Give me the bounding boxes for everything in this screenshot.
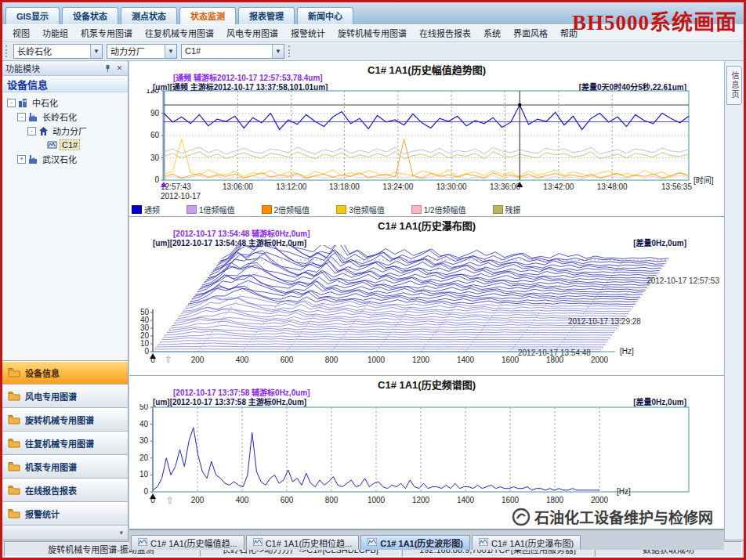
sidebar-nav-4[interactable]: 机泵专用图谱 xyxy=(2,455,128,479)
tree-expander-icon[interactable]: - xyxy=(7,99,16,107)
legend-swatch xyxy=(186,205,197,214)
waterfall-plot[interactable]: 0200400600800100012001400160018002000010… xyxy=(129,245,724,370)
chart-tab-icon xyxy=(479,538,488,547)
chevron-down-icon[interactable]: ▾ xyxy=(119,529,123,537)
waterfall-trace-15 xyxy=(179,307,626,316)
menu-item-6[interactable]: 旋转机械专用图谱 xyxy=(332,26,412,40)
tree-node-label: C1# xyxy=(60,139,80,150)
combo-value: 长岭石化 xyxy=(14,45,90,57)
right-dock: 信息页 xyxy=(724,61,744,540)
x-tick-label: 1600 xyxy=(502,496,520,504)
legend-label: 通频 xyxy=(144,204,160,215)
legend-label: 2倍频幅值 xyxy=(274,204,310,215)
close-icon[interactable]: ✕ xyxy=(114,63,125,74)
menu-item-8[interactable]: 系统 xyxy=(478,26,506,40)
x-axis-date-label: 2012-10-17 xyxy=(161,192,201,201)
x-tick-label: 600 xyxy=(281,356,294,364)
legend-swatch xyxy=(411,205,422,214)
menu-item-1[interactable]: 功能组 xyxy=(37,26,74,40)
nav-label: 风电专用图谱 xyxy=(25,390,77,403)
bottom-tab-label: C1# 1A1(历史相位趋... xyxy=(266,537,353,549)
x-axis-unit-label: [Hz] xyxy=(617,487,631,496)
tree-expander-icon[interactable]: - xyxy=(17,113,26,121)
waterfall-trace-33 xyxy=(212,252,658,273)
x-axis-unit-label: [Hz] xyxy=(620,347,634,356)
menu-item-9[interactable]: 界面风格 xyxy=(508,26,553,40)
folder-icon xyxy=(8,461,20,473)
sidebar-nav-3[interactable]: 往复机械专用图谱 xyxy=(2,432,128,455)
waterfall-time-annotation: 2012-10-17 12:57:53 xyxy=(646,276,719,285)
x-tick-label: 2000 xyxy=(591,356,609,364)
nav-label: 设备信息 xyxy=(25,367,60,379)
nav-label: 在线报告报表 xyxy=(25,484,77,497)
watermark-logo-icon xyxy=(512,508,531,526)
nav-label: 往复机械专用图谱 xyxy=(25,437,94,450)
nav-label: 机泵专用图谱 xyxy=(25,461,77,473)
x-tick-label: 13:06:00 xyxy=(223,182,253,191)
x-tick-label: 13:56:35 xyxy=(661,182,692,191)
sidebar-nav-2[interactable]: 旋转机械专用图谱 xyxy=(2,408,128,432)
y-tick-label: 10 xyxy=(139,470,149,479)
legend-swatch xyxy=(132,205,142,214)
sidebar-nav-5[interactable]: 在线报告报表 xyxy=(2,479,128,502)
waterfall-trace-16 xyxy=(181,303,628,314)
tree-node-3[interactable]: C1# xyxy=(4,138,126,152)
bottom-tab-1[interactable]: C1# 1A1(历史相位趋... xyxy=(246,535,360,550)
menu-item-2[interactable]: 机泵专用图谱 xyxy=(75,26,138,40)
x-tick-label: 600 xyxy=(281,496,294,504)
tree-node-2[interactable]: -动力分厂 xyxy=(4,124,126,138)
nav-label: 旋转机械专用图谱 xyxy=(25,414,94,426)
bottom-tab-0[interactable]: C1# 1A1(历史幅值趋... xyxy=(131,535,244,550)
sidebar-nav-1[interactable]: 风电专用图谱 xyxy=(2,385,128,408)
legend-label: 3倍频幅值 xyxy=(349,204,385,215)
x-axis-unit-label: [时间] xyxy=(693,175,714,185)
legend-item-2倍频幅值: 2倍频幅值 xyxy=(262,204,310,215)
chevron-down-icon[interactable]: ▼ xyxy=(90,45,102,58)
y-tick-label: 10 xyxy=(140,339,150,348)
cursor-point xyxy=(518,103,521,107)
legend-label: 1倍频幅值 xyxy=(199,204,235,215)
toolbar-combo-2[interactable]: C1#▼ xyxy=(181,44,284,59)
bottom-tab-2[interactable]: C1# 1A1(历史波形图) xyxy=(360,535,470,550)
top-tab-5[interactable]: 新闻中心 xyxy=(297,7,353,24)
tree-expander-icon[interactable]: - xyxy=(27,127,36,135)
menu-item-3[interactable]: 往复机械专用图谱 xyxy=(139,26,219,40)
toolbar-combo-0[interactable]: 长岭石化▼ xyxy=(13,44,103,59)
pin-icon-glyph xyxy=(104,64,111,73)
top-tab-3[interactable]: 状态监测 xyxy=(179,7,236,24)
menu-item-0[interactable]: 视图 xyxy=(7,26,35,40)
menu-item-7[interactable]: 在线报告报表 xyxy=(414,26,476,40)
trend-legend: 通频1倍频幅值2倍频幅值3倍频幅值1/2倍频幅值残振 xyxy=(132,204,548,215)
sidebar-nav-0[interactable]: 设备信息 xyxy=(2,361,128,385)
sidebar-nav-6[interactable]: 报警统计 xyxy=(2,502,128,526)
tree-node-0[interactable]: -中石化 xyxy=(4,96,126,110)
plant-icon xyxy=(28,112,38,121)
waterfall-chart-panel: C1# 1A1(历史瀑布图) [2012-10-17 13:54:48 辅游标0… xyxy=(129,217,724,376)
top-tab-1[interactable]: 设备状态 xyxy=(62,7,118,24)
waterfall-trace-21 xyxy=(190,286,636,302)
bottom-tab-3[interactable]: C1# 1A1(历史瀑布图) xyxy=(472,535,581,550)
tree-node-label: 武汉石化 xyxy=(41,153,78,165)
tree-node-4[interactable]: +武汉石化 xyxy=(4,152,126,166)
x-tick-label: 400 xyxy=(236,356,249,364)
menu-item-5[interactable]: 报警统计 xyxy=(285,26,331,40)
plant-icon xyxy=(28,154,38,164)
top-tab-0[interactable]: GIS显示 xyxy=(5,7,60,24)
toolbar-combo-1[interactable]: 动力分厂▼ xyxy=(107,44,177,59)
pin-icon[interactable] xyxy=(103,63,113,74)
folder-icon xyxy=(8,367,20,379)
menu-item-4[interactable]: 风电专用图谱 xyxy=(221,26,284,40)
trend-plot[interactable]: 030609012012:57:4313:06:0013:12:0013:18:… xyxy=(129,89,724,204)
top-tab-2[interactable]: 测点状态 xyxy=(121,7,177,24)
x-tick-label: 2000 xyxy=(591,496,609,504)
top-tab-4[interactable]: 报表管理 xyxy=(238,7,295,24)
y-tick-label: 30 xyxy=(139,436,149,445)
legend-swatch xyxy=(493,205,503,214)
x-tick-label: 1800 xyxy=(546,496,564,504)
chevron-down-icon[interactable]: ▼ xyxy=(165,45,176,58)
tree-expander-icon[interactable]: + xyxy=(17,155,26,164)
legend-label: 残振 xyxy=(505,204,521,215)
tree-node-1[interactable]: -长岭石化 xyxy=(4,110,126,124)
info-page-tab[interactable]: 信息页 xyxy=(726,66,742,105)
chevron-down-icon[interactable]: ▼ xyxy=(272,45,284,58)
